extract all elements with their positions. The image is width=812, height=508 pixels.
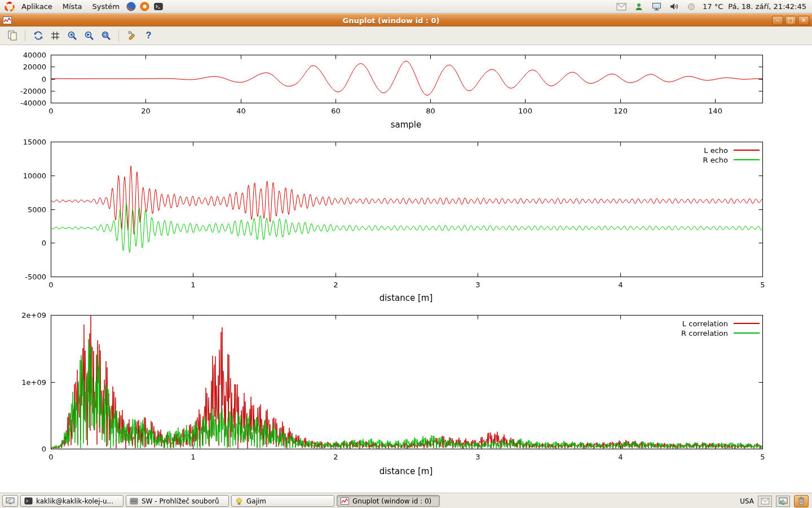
terminal-icon[interactable] [152,1,165,13]
gnuplot-canvas[interactable] [0,45,812,493]
menu-places[interactable]: Místa [58,1,87,12]
task-button-gajim[interactable]: Gajim [231,495,334,507]
firefox-icon[interactable] [125,1,138,13]
legend-entry-l-echo: L echo [703,146,760,154]
configure-button[interactable] [124,28,139,43]
gajim-task-icon [235,497,243,505]
legend-line-sample [734,323,760,324]
task-button-gnuplot[interactable]: Gnuplot (window id : 0) [337,495,440,507]
bottom-taskbar: kaklik@kaklik-kolej-u... SW - Prohlížeč … [0,493,812,508]
toolbar-separator [118,30,119,41]
grid-toggle-button[interactable] [47,28,63,43]
legend-echo: L echo R echo [703,146,760,164]
legend-line-sample [734,159,760,160]
tray-mail-icon[interactable] [758,496,772,507]
legend-entry-r-echo: R echo [703,156,760,164]
maximize-button[interactable]: □ [785,16,796,25]
task-button-terminal[interactable]: kaklik@kaklik-kolej-u... [20,495,123,507]
xlabel-sample: sample [0,120,812,130]
temperature-label[interactable]: 17 °C [703,2,723,11]
legend-label: R correlation [681,329,728,338]
legend-correlation: L correlation R correlation [681,319,760,337]
legend-label: L echo [704,146,728,155]
legend-entry-l-correlation: L correlation [681,319,760,327]
question-mark-icon: ? [146,30,152,41]
legend-entry-r-correlation: R correlation [681,329,760,337]
help-button[interactable]: ? [141,28,156,43]
toolbar-separator [25,30,25,41]
mail-notification-icon[interactable] [615,1,628,13]
weather-icon[interactable] [685,1,698,13]
terminal-task-icon [24,497,33,505]
replot-button[interactable] [30,28,46,43]
legend-line-sample [734,150,760,151]
window-icon [3,16,12,24]
legend-label: R echo [703,156,728,164]
task-label: Gajim [246,497,266,505]
presence-icon[interactable] [633,1,645,13]
close-button[interactable]: × [798,16,809,25]
task-label: SW - Prohlížeč souborů [142,497,219,505]
desktop: Aplikace Místa Systém [0,0,812,508]
tray-monitor-icon[interactable] [776,496,790,507]
keyboard-layout-indicator[interactable]: USA [740,497,754,505]
autoscale-button[interactable] [98,28,113,43]
legend-label: L correlation [682,319,728,328]
menu-applications[interactable]: Aplikace [17,1,57,12]
volume-icon[interactable] [668,1,680,13]
task-label: Gnuplot (window id : 0) [352,497,431,505]
copy-button[interactable] [5,28,20,43]
task-button-file-manager[interactable]: SW - Prohlížeč souborů [126,495,229,507]
minimize-button[interactable]: – [772,16,783,25]
top-panel: Aplikace Místa Systém [0,0,812,14]
show-desktop-button[interactable] [2,495,18,507]
panel-status-area: 17 °C Pá, 18. září, 21:42:45 [615,1,809,13]
trash-applet-icon[interactable] [794,495,809,507]
window-titlebar[interactable]: Gnuplot (window id : 0) – □ × [0,14,812,27]
window-title: Gnuplot (window id : 0) [12,16,770,25]
xlabel-distance-correlation: distance [m] [0,466,812,476]
clock-label[interactable]: Pá, 18. září, 21:42:45 [728,2,806,11]
zoom-next-button[interactable] [81,28,96,43]
ubuntu-logo-icon[interactable] [3,1,16,13]
plot-area: sample distance [m] distance [m] L echo … [0,45,812,493]
zoom-previous-button[interactable] [64,28,80,43]
taskbar-tray: USA [740,495,810,507]
display-icon[interactable] [650,1,663,13]
menu-system[interactable]: Systém [87,1,123,12]
file-manager-task-icon [130,497,138,505]
gnuplot-task-icon [341,497,349,505]
xlabel-distance-echo: distance [m] [0,293,812,303]
task-label: kaklik@kaklik-kolej-u... [36,497,113,505]
legend-line-sample [734,332,760,334]
gnuplot-toolbar: ? [0,27,812,45]
help-icon[interactable] [139,1,151,13]
